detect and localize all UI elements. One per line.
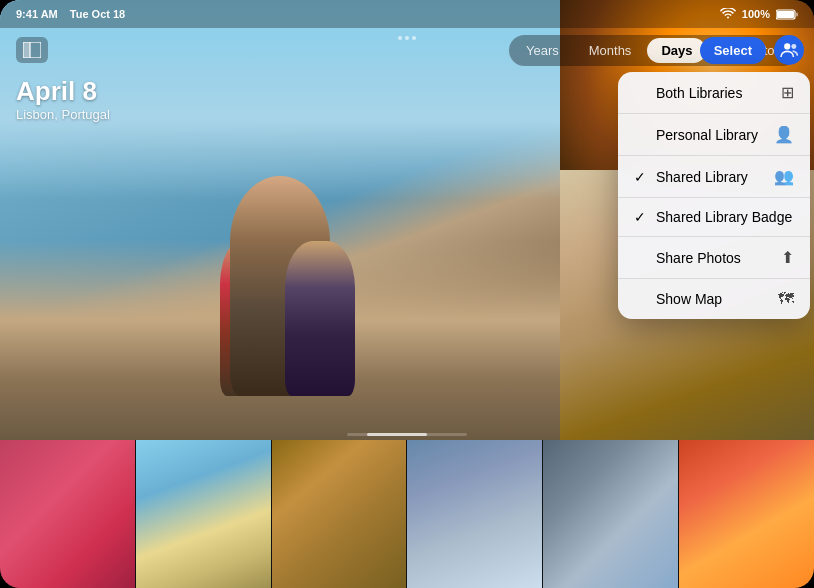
status-bar: 9:41 AM Tue Oct 18 100% bbox=[0, 0, 814, 28]
shared-library-icon: 👥 bbox=[774, 167, 794, 186]
thumbnail-5[interactable] bbox=[543, 440, 679, 588]
figure-child2 bbox=[285, 241, 355, 396]
checkmark-shared-library: ✓ bbox=[634, 169, 650, 185]
time: 9:41 AM bbox=[16, 8, 58, 20]
both-libraries-icon: ⊞ bbox=[781, 83, 794, 102]
menu-label-show-map: Show Map bbox=[656, 291, 722, 307]
date-title: April 8 bbox=[16, 76, 110, 107]
share-photos-icon: ⬆ bbox=[781, 248, 794, 267]
dropdown-menu: Both Libraries ⊞ Personal Library 👤 ✓ Sh… bbox=[618, 72, 810, 319]
sidebar-icon bbox=[23, 42, 41, 58]
menu-label-shared-library: Shared Library bbox=[656, 169, 748, 185]
thumbnail-1[interactable] bbox=[0, 440, 136, 588]
menu-item-shared-library-badge[interactable]: ✓ Shared Library Badge bbox=[618, 198, 810, 237]
menu-item-share-photos[interactable]: Share Photos ⬆ bbox=[618, 237, 810, 279]
svg-rect-2 bbox=[796, 12, 798, 16]
menu-item-left-both: Both Libraries bbox=[634, 85, 742, 101]
people-icon bbox=[780, 42, 798, 58]
checkmark-shared-library-badge: ✓ bbox=[634, 209, 650, 225]
date-overlay: April 8 Lisbon, Portugal bbox=[16, 76, 110, 122]
menu-item-left-map: Show Map bbox=[634, 291, 722, 307]
menu-item-shared-library[interactable]: ✓ Shared Library 👥 bbox=[618, 156, 810, 198]
thumbnail-2[interactable] bbox=[136, 440, 272, 588]
status-left: 9:41 AM Tue Oct 18 bbox=[16, 8, 125, 20]
thumbnail-6[interactable] bbox=[679, 440, 814, 588]
thumbnail-4[interactable] bbox=[407, 440, 543, 588]
thumbnail-3[interactable] bbox=[272, 440, 408, 588]
svg-rect-3 bbox=[23, 42, 30, 58]
menu-label-personal-library: Personal Library bbox=[656, 127, 758, 143]
menu-item-personal-library[interactable]: Personal Library 👤 bbox=[618, 114, 810, 156]
date: Tue Oct 18 bbox=[70, 8, 125, 20]
svg-point-7 bbox=[791, 44, 796, 49]
date-location: Lisbon, Portugal bbox=[16, 107, 110, 122]
scroll-thumb bbox=[367, 433, 427, 436]
scroll-indicator bbox=[347, 433, 467, 436]
battery-icon bbox=[776, 9, 798, 20]
right-top-bar: Select bbox=[560, 28, 814, 72]
menu-item-left-share: Share Photos bbox=[634, 250, 741, 266]
sidebar-toggle-button[interactable] bbox=[16, 37, 48, 63]
menu-item-left-personal: Personal Library bbox=[634, 127, 758, 143]
bottom-thumbnails bbox=[0, 440, 814, 588]
menu-item-show-map[interactable]: Show Map 🗺 bbox=[618, 279, 810, 319]
battery-percent: 100% bbox=[742, 8, 770, 20]
menu-label-both-libraries: Both Libraries bbox=[656, 85, 742, 101]
menu-item-both-libraries[interactable]: Both Libraries ⊞ bbox=[618, 72, 810, 114]
people-figure bbox=[130, 146, 430, 396]
show-map-icon: 🗺 bbox=[778, 290, 794, 308]
wifi-icon bbox=[720, 8, 736, 20]
status-right: 100% bbox=[720, 8, 798, 20]
menu-label-share-photos: Share Photos bbox=[656, 250, 741, 266]
personal-library-icon: 👤 bbox=[774, 125, 794, 144]
svg-rect-1 bbox=[777, 11, 794, 18]
menu-label-shared-library-badge: Shared Library Badge bbox=[656, 209, 792, 225]
svg-point-6 bbox=[784, 43, 790, 49]
menu-item-left-shared: ✓ Shared Library bbox=[634, 169, 748, 185]
menu-item-left-badge: ✓ Shared Library Badge bbox=[634, 209, 792, 225]
people-icon-button[interactable] bbox=[774, 35, 804, 65]
select-button[interactable]: Select bbox=[700, 37, 766, 64]
